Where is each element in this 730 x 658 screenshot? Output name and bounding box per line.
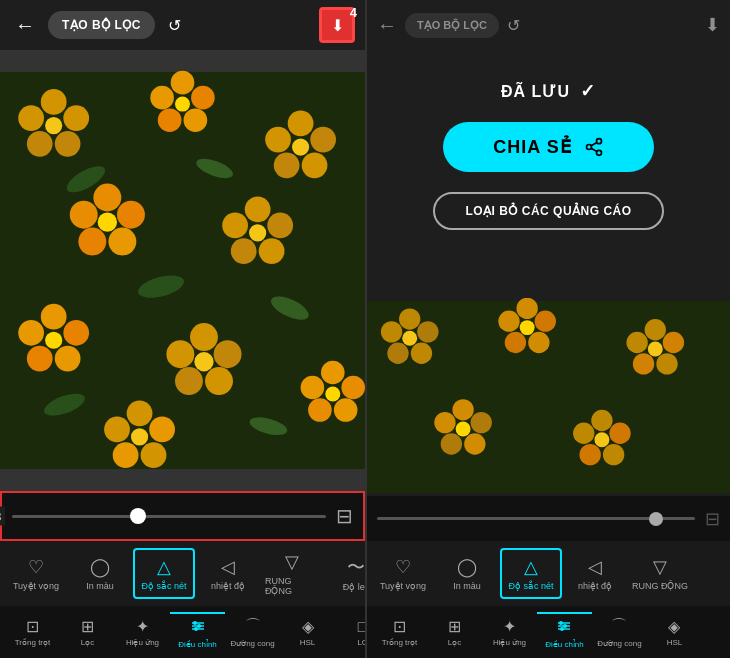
right-toolbar-loc[interactable]: ⊞ Lọc	[427, 613, 482, 651]
svg-point-80	[535, 311, 556, 332]
right-filter-tab-do-sac-net[interactable]: △ Độ sắc nét	[500, 548, 562, 599]
curve-icon: ⌒	[245, 616, 261, 637]
filter-tab-label: Độ sắc nét	[508, 581, 553, 591]
svg-point-49	[127, 400, 153, 426]
svg-point-42	[194, 352, 213, 371]
svg-point-19	[93, 184, 121, 212]
svg-point-76	[387, 343, 408, 364]
svg-point-26	[267, 213, 293, 239]
filter-tab-nhiet-do[interactable]: ◁ nhiệt độ	[197, 550, 259, 597]
svg-point-81	[528, 332, 549, 353]
temperature-icon: ◁	[221, 556, 235, 578]
filter-tab-do-sac-net[interactable]: △ Độ sắc nét	[133, 548, 195, 599]
download-icon-right: ⬇	[705, 14, 720, 36]
svg-point-52	[113, 442, 139, 468]
svg-point-69	[596, 150, 601, 155]
adjust-icon	[190, 618, 206, 638]
svg-point-4	[27, 131, 53, 157]
right-bottom-toolbar: ⊡ Trồng trọt ⊞ Lọc ✦ Hiệu ứng Điều c	[367, 606, 730, 658]
create-filter-button[interactable]: TẠO BỘ LỌC	[48, 11, 155, 39]
svg-point-45	[334, 398, 358, 422]
svg-point-101	[573, 423, 594, 444]
svg-point-22	[78, 228, 106, 256]
heart-icon: ♡	[28, 556, 44, 578]
svg-point-75	[411, 343, 432, 364]
filter-tab-in-mau[interactable]: ◯ In màu	[69, 550, 131, 597]
svg-point-97	[591, 410, 612, 431]
svg-point-40	[175, 367, 203, 395]
share-button[interactable]: CHIA SẺ	[443, 122, 653, 172]
split-view-icon[interactable]: ⊟	[336, 504, 353, 528]
back-button[interactable]: ←	[10, 9, 40, 42]
svg-point-89	[626, 332, 647, 353]
right-filter-tab-nhiet-do[interactable]: ◁ nhiệt độ	[564, 550, 626, 597]
svg-point-1	[41, 89, 67, 115]
right-toolbar-trong-trot[interactable]: ⊡ Trồng trọt	[372, 613, 427, 651]
filter-tab-do-lex[interactable]: 〜 Độ lex	[325, 549, 365, 598]
effects-icon: ✦	[136, 617, 149, 636]
main-image	[0, 50, 365, 491]
toolbar-hsl[interactable]: ◈ HSL	[280, 613, 335, 651]
lc-icon: □	[358, 618, 365, 636]
svg-point-41	[166, 340, 194, 368]
filter-tab-label: Tuyệt vọng	[13, 581, 59, 591]
filter-tab-rung-dong[interactable]: ▽ RUNG ĐỘNG	[261, 545, 323, 602]
svg-point-14	[310, 127, 336, 153]
right-toolbar-hieu-ung[interactable]: ✦ Hiệu ứng	[482, 613, 537, 651]
toolbar-duong-cong[interactable]: ⌒ Đường cong	[225, 612, 280, 652]
filter-tab-label: Tuyệt vọng	[380, 581, 426, 591]
svg-point-92	[471, 412, 492, 433]
toolbar-dieu-chinh[interactable]: Điều chỉnh	[170, 612, 225, 653]
svg-point-2	[63, 105, 89, 131]
svg-point-65	[197, 624, 201, 628]
right-split-icon[interactable]: ⊟	[705, 508, 720, 530]
right-bottom-image	[367, 298, 730, 496]
svg-point-83	[498, 311, 519, 332]
curve-icon-right: ⌒	[611, 616, 627, 637]
svg-point-98	[609, 423, 630, 444]
svg-point-84	[520, 320, 535, 335]
svg-point-7	[171, 71, 195, 95]
svg-point-21	[108, 228, 136, 256]
svg-point-86	[663, 332, 684, 353]
remove-ads-button[interactable]: LOẠI BỎ CÁC QUẢNG CÁO	[433, 192, 663, 230]
filter-icon: ⊞	[81, 617, 94, 636]
toolbar-label: Trồng trọt	[15, 638, 50, 647]
right-slider-thumb[interactable]	[649, 512, 663, 526]
right-filter-tab-rung-dong[interactable]: ▽ RUNG ĐỘNG	[628, 550, 692, 597]
svg-point-68	[586, 145, 591, 150]
svg-point-37	[190, 323, 218, 351]
svg-point-31	[41, 304, 67, 330]
svg-point-43	[321, 361, 345, 385]
filter-icon-right: ⊞	[448, 617, 461, 636]
filter-tab-tuyet-vong[interactable]: ♡ Tuyệt vọng	[5, 550, 67, 597]
svg-point-12	[175, 97, 190, 112]
right-filter-tab-in-mau[interactable]: ◯ In màu	[436, 550, 498, 597]
filter-tab-label: RUNG ĐỘNG	[632, 581, 688, 591]
download-icon: ⬇	[331, 16, 344, 35]
right-flower-svg	[367, 298, 730, 496]
toolbar-label: HSL	[667, 638, 683, 647]
right-toolbar-dieu-chinh[interactable]: Điều chỉnh	[537, 612, 592, 653]
right-filter-tab-tuyet-vong[interactable]: ♡ Tuyệt vọng	[372, 550, 434, 597]
history-icon[interactable]: ↺	[163, 11, 186, 40]
toolbar-label: Lọc	[81, 638, 94, 647]
create-filter-button-right: TẠO BỘ LỌC	[405, 13, 499, 38]
toolbar-hieu-ung[interactable]: ✦ Hiệu ứng	[115, 613, 170, 651]
slider-track[interactable]	[12, 515, 326, 518]
svg-point-90	[648, 341, 663, 356]
svg-point-54	[131, 428, 148, 445]
toolbar-loc[interactable]: ⊞ Lọc	[60, 613, 115, 651]
svg-point-48	[325, 386, 340, 401]
svg-point-15	[302, 152, 328, 178]
right-toolbar-hsl[interactable]: ◈ HSL	[647, 613, 702, 651]
right-slider-track[interactable]	[377, 517, 695, 520]
right-toolbar-duong-cong[interactable]: ⌒ Đường cong	[592, 612, 647, 652]
crop-icon: ⊡	[26, 617, 39, 636]
effects-icon-right: ✦	[503, 617, 516, 636]
svg-point-100	[579, 444, 600, 465]
slider-thumb[interactable]	[130, 508, 146, 524]
toolbar-trong-trot[interactable]: ⊡ Trồng trọt	[5, 613, 60, 651]
svg-point-107	[563, 624, 567, 628]
toolbar-lc[interactable]: □ LC	[335, 614, 365, 651]
